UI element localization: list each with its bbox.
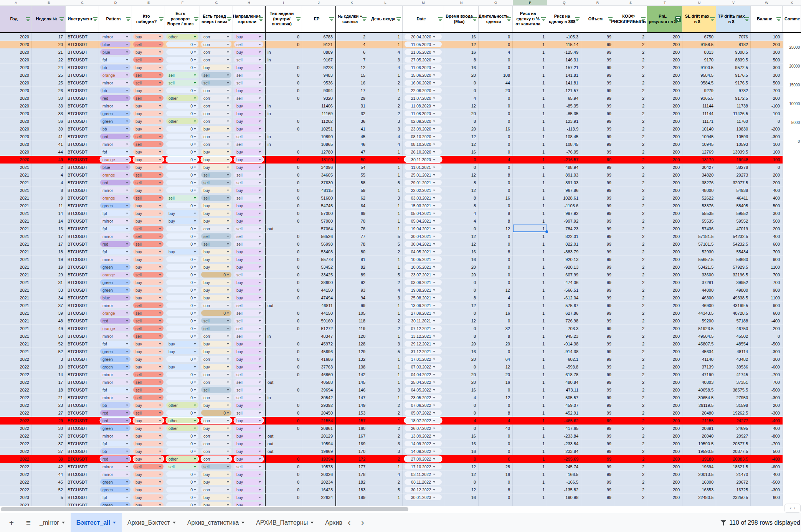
cell-risk_pct[interactable]: 1 [513, 248, 547, 256]
date-dropdown-chip[interactable]: 23.05.2022 [405, 395, 442, 400]
pattern-dropdown-chip[interactable]: orange [100, 272, 130, 278]
cell-entry_time[interactable]: 20 [444, 378, 479, 386]
cell-direction[interactable]: sell [233, 171, 265, 179]
cell-risk_pct[interactable]: 1 [513, 41, 547, 48]
cell-balance[interactable]: -300 [751, 486, 783, 494]
cell-week[interactable]: 41 [32, 140, 66, 148]
cell-volume[interactable]: 99 [581, 240, 614, 248]
tabs-scroll-left-button[interactable]: ‹ [342, 518, 356, 528]
cell-winner[interactable]: buy [132, 294, 165, 302]
trend-dropdown-chip[interactable]: corr [201, 433, 231, 439]
cell-risk_pct[interactable]: 1 [513, 378, 547, 386]
cell-volume[interactable]: 99 [581, 148, 614, 156]
direction-dropdown-chip[interactable]: sell [234, 172, 263, 178]
cell-year[interactable]: 2021 [0, 332, 32, 340]
cell-risk_usd[interactable]: -233.84 [547, 440, 581, 448]
cell-year[interactable]: 2020 [0, 117, 32, 125]
cell-risk_usd[interactable]: -121.57 [547, 87, 581, 94]
cell-ep[interactable]: 55778 [302, 256, 335, 263]
cell-duration[interactable]: 8 [479, 217, 513, 225]
cell-pnl[interactable]: 200 [647, 279, 682, 286]
cell-entry_day[interactable]: 4 [368, 133, 403, 140]
cell-balance[interactable]: 500 [751, 202, 783, 210]
cell-instrument[interactable]: BTCUSDT [66, 271, 99, 279]
cell-volume[interactable]: 99 [581, 294, 614, 302]
direction-dropdown-chip[interactable]: sell [234, 134, 263, 139]
cell-coef[interactable]: 2 [614, 156, 647, 164]
cell-ep[interactable]: 38600 [302, 279, 335, 286]
direction-dropdown-chip[interactable]: sell [234, 379, 263, 385]
cell-duration[interactable]: 0 [479, 440, 513, 448]
cell-risk_usd[interactable]: 108.45 [547, 133, 581, 140]
cell-entry_day[interactable]: 2 [368, 425, 403, 432]
reversal-dropdown-chip[interactable]: 0 [166, 164, 198, 170]
cell-date[interactable]: 07.06.2022 [403, 401, 444, 409]
cell-date[interactable]: 13.09.2022 [403, 432, 444, 440]
cell-date[interactable]: 17.10.2022 [403, 463, 444, 471]
cell-ep[interactable]: 11406 [302, 102, 335, 110]
cell-entry_time[interactable]: 4 [444, 394, 479, 401]
cell-trend[interactable]: sell [200, 240, 233, 248]
cell-tp_drift[interactable]: 20377.5 [716, 448, 751, 455]
cell-balance[interactable]: -300 [751, 348, 783, 355]
header-balance[interactable]: Баланс [751, 6, 783, 32]
cell-balance[interactable]: 700 [751, 279, 783, 286]
cell-risk_usd[interactable]: 245.74 [547, 463, 581, 471]
cell-trend[interactable]: corr [200, 102, 233, 110]
pattern-dropdown-chip[interactable]: red [100, 318, 130, 324]
cell-entry_time[interactable]: 4 [444, 94, 479, 102]
cell-winner[interactable]: buy [132, 187, 165, 194]
trend-dropdown-chip[interactable]: sell [201, 318, 231, 324]
cell-ep[interactable]: 11202 [302, 117, 335, 125]
cell-pattern[interactable]: mirror [99, 371, 132, 378]
cell-pattern[interactable]: fpf [99, 56, 132, 64]
cell-entry_time[interactable]: 0 [444, 164, 479, 171]
cell-pattern[interactable]: red [99, 409, 132, 417]
cell-week_type[interactable]: 0 [265, 217, 302, 225]
cell-trade[interactable]: 146 [335, 386, 368, 394]
cell-pattern[interactable]: fpf [99, 494, 132, 501]
cell-year[interactable]: 2020 [0, 102, 32, 110]
column-letter-B[interactable]: B [32, 0, 66, 5]
cell-risk_usd[interactable]: 141.81 [547, 71, 581, 79]
cell-balance[interactable]: 600 [751, 240, 783, 248]
cell-week_type[interactable]: 0 [265, 240, 302, 248]
reversal-dropdown-chip[interactable]: 0 [166, 441, 198, 446]
cell-entry_day[interactable]: 1 [368, 263, 403, 271]
cell-sl_drift[interactable]: 19590.5 [682, 440, 716, 448]
cell-winner[interactable]: buy [132, 164, 165, 171]
cell-pnl[interactable]: 200 [647, 463, 682, 471]
reversal-dropdown-chip[interactable]: 0 [166, 379, 198, 385]
cell-trade[interactable]: 142 [335, 371, 368, 378]
cell-reversal[interactable]: 0 [165, 440, 200, 448]
winner-dropdown-chip[interactable]: buy [133, 456, 164, 462]
cell-risk_usd[interactable]: 784.23 [547, 225, 581, 233]
cell-date[interactable]: 30.11.2020 [403, 156, 444, 164]
cell-balance[interactable]: 200 [751, 41, 783, 48]
pattern-dropdown-chip[interactable]: green [100, 279, 130, 285]
cell-date[interactable]: 25.04.2022 [403, 378, 444, 386]
cell-coef[interactable]: 2 [614, 417, 647, 425]
trend-dropdown-chip[interactable]: 0 [201, 272, 231, 278]
cell-sl_drift[interactable]: 8813 [682, 48, 716, 56]
pattern-dropdown-chip[interactable]: bb [100, 88, 130, 93]
cell-coef[interactable]: 2 [614, 102, 647, 110]
cell-direction[interactable]: sell [233, 463, 265, 471]
cell-instrument[interactable]: BTCUSDT [66, 94, 99, 102]
cell-instrument[interactable]: BTCUSDT [66, 409, 99, 417]
cell-week_type[interactable]: in [265, 110, 302, 117]
cell-risk_pct[interactable]: 1 [513, 210, 547, 217]
cell-direction[interactable]: buy [233, 340, 265, 348]
cell-coef[interactable]: 2 [614, 217, 647, 225]
cell-year[interactable]: 2022 [0, 371, 32, 378]
cell-year[interactable]: 2021 [0, 256, 32, 263]
cell-coef[interactable]: 2 [614, 179, 647, 187]
cell-sl_drift[interactable]: 45807.5 [682, 340, 716, 348]
column-letter-K[interactable]: K [335, 0, 368, 5]
cell-date[interactable]: 20.04.2020 [403, 33, 444, 41]
cell-entry_time[interactable]: 12 [444, 41, 479, 48]
cell-coef[interactable]: 2 [614, 248, 647, 256]
winner-dropdown-chip[interactable]: buy [133, 487, 164, 492]
cell-reversal[interactable]: other [165, 455, 200, 463]
cell-ep[interactable]: 37630 [302, 179, 335, 187]
